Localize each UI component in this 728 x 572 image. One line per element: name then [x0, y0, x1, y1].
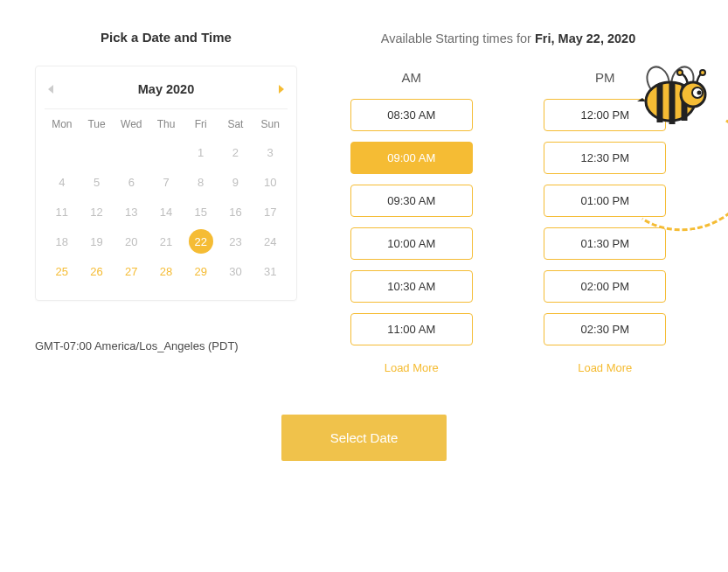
calendar-day[interactable]: 23: [218, 227, 253, 256]
calendar-day[interactable]: 26: [80, 256, 114, 286]
select-date-button[interactable]: Select Date: [281, 415, 447, 461]
calendar-dow: Sun: [253, 109, 288, 137]
am-column: AM 08:30 AM09:00 AM09:30 AM10:00 AM10:30…: [323, 70, 500, 374]
calendar-dow: Sat: [218, 109, 253, 137]
am-label: AM: [402, 70, 422, 85]
calendar-day[interactable]: 4: [45, 167, 80, 197]
calendar-day[interactable]: 14: [149, 197, 184, 227]
calendar-day[interactable]: 7: [149, 167, 184, 197]
calendar-dow: Wed: [114, 109, 149, 137]
calendar-day: [149, 137, 184, 167]
time-slot[interactable]: 01:00 PM: [544, 185, 666, 217]
calendar-month-label: May 2020: [138, 82, 195, 96]
time-slot[interactable]: 02:00 PM: [544, 270, 666, 303]
svg-point-4: [692, 87, 703, 98]
pm-column: PM 12:00 PM12:30 PM01:00 PM01:30 PM02:00…: [517, 70, 694, 374]
svg-point-5: [697, 91, 702, 95]
time-slot[interactable]: 12:00 PM: [544, 99, 666, 131]
calendar-day[interactable]: 19: [80, 227, 114, 256]
calendar-day[interactable]: 13: [114, 197, 149, 227]
time-slot[interactable]: 08:30 AM: [350, 99, 473, 131]
calendar-day[interactable]: 6: [114, 167, 149, 197]
calendar-day: [80, 137, 114, 167]
calendar-day[interactable]: 2: [218, 137, 253, 167]
time-slot[interactable]: 11:00 AM: [350, 313, 473, 345]
calendar-day[interactable]: 17: [253, 197, 288, 227]
calendar-dow: Mon: [45, 109, 80, 137]
calendar-day[interactable]: 3: [253, 137, 288, 167]
calendar-day[interactable]: 18: [45, 227, 80, 256]
calendar-day[interactable]: 28: [149, 256, 184, 286]
calendar-day[interactable]: 8: [184, 167, 218, 197]
calendar-day[interactable]: 15: [184, 197, 218, 227]
calendar-day[interactable]: 5: [80, 167, 114, 197]
calendar-day[interactable]: 24: [253, 227, 288, 256]
calendar-dow: Thu: [149, 109, 184, 137]
calendar-day: [114, 137, 149, 167]
calendar-dow: Tue: [80, 109, 114, 137]
calendar-day[interactable]: 10: [253, 167, 288, 197]
calendar-day[interactable]: 9: [218, 167, 253, 197]
calendar-day[interactable]: 30: [218, 256, 253, 286]
pick-title: Pick a Date and Time: [35, 30, 297, 45]
available-title: Available Starting times for Fri, May 22…: [323, 31, 693, 45]
calendar-day: [45, 137, 80, 167]
calendar-day[interactable]: 11: [45, 197, 80, 227]
calendar-day[interactable]: 20: [114, 227, 149, 256]
timezone-label: GMT-07:00 America/Los_Angeles (PDT): [35, 339, 297, 352]
calendar: May 2020 MonTueWedThuFriSatSun1234567891…: [35, 66, 297, 301]
available-date: Fri, May 22, 2020: [535, 31, 635, 45]
svg-point-7: [700, 70, 705, 75]
calendar-day[interactable]: 27: [114, 256, 149, 286]
calendar-day[interactable]: 21: [149, 227, 184, 256]
calendar-prev-icon[interactable]: [48, 85, 53, 94]
calendar-day[interactable]: 31: [253, 256, 288, 286]
calendar-grid: MonTueWedThuFriSatSun1234567891011121314…: [45, 108, 288, 286]
calendar-dow: Fri: [184, 109, 218, 137]
calendar-day[interactable]: 16: [218, 197, 253, 227]
time-slot[interactable]: 09:00 AM: [350, 142, 473, 174]
calendar-day[interactable]: 12: [80, 197, 114, 227]
time-slot[interactable]: 12:30 PM: [544, 142, 666, 174]
calendar-day[interactable]: 29: [184, 256, 218, 286]
calendar-day[interactable]: 25: [45, 256, 80, 286]
calendar-day[interactable]: 22: [184, 227, 218, 256]
time-slot[interactable]: 02:30 PM: [544, 313, 666, 345]
load-more-pm[interactable]: Load More: [578, 361, 632, 374]
load-more-am[interactable]: Load More: [385, 361, 439, 374]
time-slot[interactable]: 01:30 PM: [544, 227, 666, 260]
pm-label: PM: [595, 70, 615, 85]
time-slot[interactable]: 10:00 AM: [350, 227, 473, 260]
calendar-next-icon[interactable]: [279, 85, 284, 94]
available-prefix: Available Starting times for: [381, 31, 535, 45]
calendar-day[interactable]: 1: [184, 137, 218, 167]
time-slot[interactable]: 10:30 AM: [350, 270, 473, 303]
time-slot[interactable]: 09:30 AM: [350, 185, 473, 217]
